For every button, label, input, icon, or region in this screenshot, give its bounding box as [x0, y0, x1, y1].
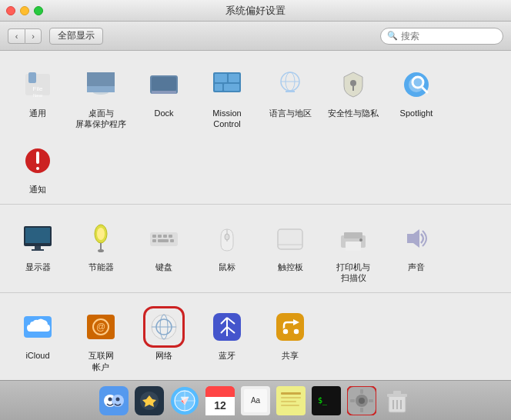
icon-item-keyboard[interactable]: 键盘	[134, 214, 194, 287]
svg-point-103	[116, 397, 120, 401]
icon-item-language[interactable]: 语言与地区	[260, 60, 320, 133]
icon-wrapper-internet: @	[81, 307, 121, 347]
dock-item-dictionary[interactable]: Aa	[239, 385, 272, 417]
svg-point-52	[359, 238, 362, 242]
icon-label-language: 语言与地区	[269, 108, 312, 118]
icon-item-security[interactable]: 安全性与隐私	[323, 60, 383, 133]
svg-rect-27	[36, 152, 39, 164]
dock-item-finder[interactable]	[98, 385, 130, 417]
search-box[interactable]: 🔍	[380, 28, 503, 45]
svg-point-70	[293, 328, 299, 335]
svg-text:File: File	[33, 85, 43, 92]
icon-item-bluetooth[interactable]: 蓝牙	[197, 302, 257, 375]
search-input[interactable]	[401, 31, 496, 42]
svg-rect-14	[215, 84, 222, 91]
icon-item-dock[interactable]: Dock	[134, 60, 194, 133]
icon-label-general: 通用	[29, 108, 46, 118]
icon-wrapper-security	[333, 65, 373, 105]
icon-label-mission: Mission Control	[212, 108, 241, 130]
svg-text:New: New	[33, 93, 43, 98]
icon-wrapper-network	[144, 307, 184, 347]
dock-item-terminal[interactable]: $_	[310, 385, 342, 417]
svg-rect-133	[360, 408, 363, 412]
svg-rect-44	[170, 239, 174, 242]
dock-item-syspref[interactable]	[346, 385, 378, 417]
dock-item-launchpad[interactable]	[133, 385, 165, 417]
toolbar: ‹ › 全部显示 🔍	[0, 22, 511, 51]
svg-point-102	[109, 397, 112, 401]
svg-point-20	[350, 80, 356, 86]
forward-button[interactable]: ›	[25, 28, 42, 44]
icon-item-display[interactable]: 显示器	[8, 214, 68, 287]
icon-wrapper-energy	[81, 218, 121, 258]
svg-rect-32	[32, 249, 44, 251]
maximize-button[interactable]	[34, 6, 43, 15]
svg-rect-125	[281, 401, 296, 402]
icon-label-bluetooth: 蓝牙	[219, 350, 235, 361]
icon-label-security: 安全性与隐私	[328, 108, 379, 118]
icon-wrapper-spotlight	[396, 65, 436, 105]
icon-item-notify[interactable]: 通知	[8, 136, 68, 198]
icon-grid-hardware: 显示器节能器键盘鼠标触控板打印机与 扫描仪声音	[8, 214, 503, 287]
show-all-button[interactable]: 全部显示	[49, 28, 103, 45]
icon-wrapper-keyboard	[144, 218, 184, 258]
icon-label-keyboard: 键盘	[155, 262, 172, 272]
dock-item-calendar[interactable]: 12	[204, 385, 236, 417]
icon-item-printer[interactable]: 打印机与 扫描仪	[323, 214, 383, 287]
icon-label-desktop: 桌面与 屏幕保护程序	[75, 108, 126, 130]
nav-buttons: ‹ ›	[8, 28, 42, 44]
icon-wrapper-bluetooth	[207, 307, 247, 347]
icon-item-trackpad[interactable]: 触控板	[260, 214, 320, 287]
svg-rect-30	[25, 228, 50, 243]
dock-item-notes[interactable]	[275, 385, 307, 417]
svg-rect-7	[87, 86, 115, 92]
dock-item-safari[interactable]	[169, 385, 201, 417]
icon-item-mission[interactable]: Mission Control	[197, 60, 257, 133]
icon-label-energy: 节能器	[89, 262, 114, 272]
back-button[interactable]: ‹	[8, 28, 25, 44]
svg-rect-1	[28, 72, 36, 83]
icon-label-trackpad: 触控板	[278, 262, 303, 272]
svg-rect-15	[224, 84, 239, 91]
icon-item-mouse[interactable]: 鼠标	[197, 214, 257, 287]
icon-wrapper-desktop	[81, 65, 121, 105]
icon-label-sound: 声音	[408, 262, 425, 272]
icon-item-sound[interactable]: 声音	[386, 214, 446, 287]
svg-rect-31	[35, 246, 41, 249]
icon-label-printer: 打印机与 扫描仪	[336, 262, 370, 284]
svg-rect-134	[350, 399, 355, 402]
icon-label-network: 网络	[155, 350, 172, 361]
svg-text:@: @	[96, 322, 105, 332]
svg-rect-40	[163, 235, 167, 238]
svg-rect-126	[281, 405, 299, 406]
minimize-button[interactable]	[20, 6, 29, 15]
dock-item-trash[interactable]	[381, 385, 413, 417]
icon-item-sharing[interactable]: 共享	[260, 302, 320, 375]
close-button[interactable]	[6, 6, 15, 15]
window-title: 系统偏好设置	[225, 4, 286, 18]
icon-label-dock: Dock	[154, 108, 173, 118]
icon-wrapper-icloud	[18, 307, 58, 347]
svg-point-131	[359, 398, 365, 404]
icon-item-internet[interactable]: @互联网 帐户	[71, 302, 131, 375]
icon-item-desktop[interactable]: 桌面与 屏幕保护程序	[71, 60, 131, 133]
svg-rect-28	[36, 167, 39, 170]
icon-item-spotlight[interactable]: Spotlight	[386, 60, 446, 133]
icon-item-network[interactable]: 网络	[134, 302, 194, 375]
icon-wrapper-dock	[144, 65, 184, 105]
svg-point-71	[282, 328, 289, 335]
svg-rect-132	[360, 389, 363, 394]
search-icon: 🔍	[387, 31, 398, 41]
svg-rect-124	[281, 397, 301, 398]
svg-point-36	[98, 249, 104, 252]
section-internet: iCloud@互联网 帐户网络蓝牙共享	[0, 293, 511, 380]
icon-item-general[interactable]: FileNew通用	[8, 60, 68, 133]
icon-wrapper-printer	[333, 218, 373, 258]
icon-item-energy[interactable]: 节能器	[71, 214, 131, 287]
icon-item-icloud[interactable]: iCloud	[8, 302, 68, 375]
svg-text:12: 12	[214, 399, 226, 412]
icon-label-spotlight: Spotlight	[400, 108, 433, 118]
dock: 12Aa$_	[0, 380, 511, 420]
svg-rect-19	[286, 91, 295, 92]
svg-rect-39	[158, 235, 162, 238]
